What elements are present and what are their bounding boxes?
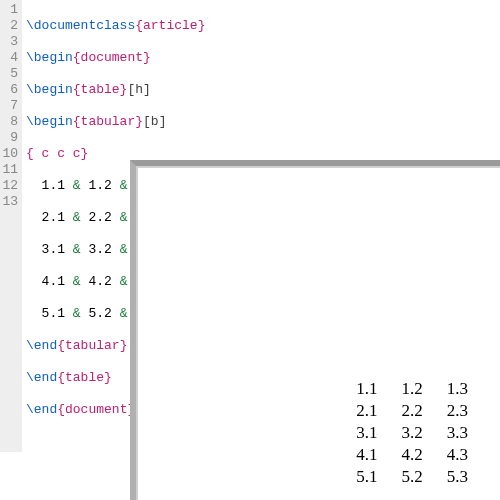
amp-icon: & bbox=[73, 210, 81, 225]
cell: 2.2 bbox=[81, 210, 120, 225]
table-cell: 3.1 bbox=[344, 422, 389, 444]
cell: 4.2 bbox=[81, 274, 120, 289]
table-cell: 2.3 bbox=[435, 400, 480, 422]
tex-command: \end bbox=[26, 338, 57, 353]
line-gutter: 1 2 3 4 5 6 7 8 9 10 11 12 13 bbox=[0, 0, 22, 452]
table-cell: 3.2 bbox=[390, 422, 435, 444]
tex-command: \begin bbox=[26, 50, 73, 65]
line-number: 6 bbox=[2, 82, 18, 98]
table-row: 3.13.23.3 bbox=[344, 422, 480, 444]
tex-command: \documentclass bbox=[26, 18, 135, 33]
tex-opt: [h] bbox=[127, 82, 150, 97]
line-number: 7 bbox=[2, 98, 18, 114]
cell: 2.1 bbox=[26, 210, 73, 225]
cell: 3.2 bbox=[81, 242, 120, 257]
amp-icon: & bbox=[73, 274, 81, 289]
table-cell: 5.3 bbox=[435, 466, 480, 488]
line-number: 13 bbox=[2, 194, 18, 210]
amp-icon: & bbox=[73, 242, 81, 257]
table-cell: 4.3 bbox=[435, 444, 480, 466]
tex-arg: {article} bbox=[135, 18, 205, 33]
table-cell: 2.2 bbox=[390, 400, 435, 422]
cell: 1.1 bbox=[26, 178, 73, 193]
amp-icon: & bbox=[73, 306, 81, 321]
tex-arg: {tabular} bbox=[73, 114, 143, 129]
line-number: 5 bbox=[2, 66, 18, 82]
tex-colspec: { c c c} bbox=[26, 146, 88, 161]
table-cell: 2.1 bbox=[344, 400, 389, 422]
line-number: 4 bbox=[2, 50, 18, 66]
line-number: 11 bbox=[2, 162, 18, 178]
table-cell: 3.3 bbox=[435, 422, 480, 444]
tex-command: \begin bbox=[26, 114, 73, 129]
table-cell: 5.2 bbox=[390, 466, 435, 488]
code-line: \begin{document} bbox=[26, 50, 205, 66]
table-cell: 1.1 bbox=[344, 378, 389, 400]
table-row: 4.14.24.3 bbox=[344, 444, 480, 466]
cell: 4.1 bbox=[26, 274, 73, 289]
amp-icon: & bbox=[73, 178, 81, 193]
code-line: \begin{tabular}[b] bbox=[26, 114, 205, 130]
code-line: \documentclass{article} bbox=[26, 18, 205, 34]
line-number: 12 bbox=[2, 178, 18, 194]
line-number: 10 bbox=[2, 146, 18, 162]
table-row: 1.11.21.3 bbox=[344, 378, 480, 400]
line-number: 3 bbox=[2, 34, 18, 50]
table-cell: 1.3 bbox=[435, 378, 480, 400]
tex-arg: {table} bbox=[73, 82, 128, 97]
tex-arg: {table} bbox=[57, 370, 112, 385]
table-cell: 5.1 bbox=[344, 466, 389, 488]
table-row: 5.15.25.3 bbox=[344, 466, 480, 488]
tex-arg: {document} bbox=[57, 402, 135, 417]
tex-command: \begin bbox=[26, 82, 73, 97]
line-number: 8 bbox=[2, 114, 18, 130]
line-number: 9 bbox=[2, 130, 18, 146]
tex-opt: [b] bbox=[143, 114, 166, 129]
tex-arg: {tabular} bbox=[57, 338, 127, 353]
preview-pane[interactable]: 1.11.21.3 2.12.22.3 3.13.23.3 4.14.24.3 … bbox=[130, 160, 500, 500]
cell: 1.2 bbox=[81, 178, 120, 193]
line-number: 1 bbox=[2, 2, 18, 18]
line-number: 2 bbox=[2, 18, 18, 34]
cell: 5.1 bbox=[26, 306, 73, 321]
code-line: \begin{table}[h] bbox=[26, 82, 205, 98]
tex-command: \end bbox=[26, 370, 57, 385]
tex-command: \end bbox=[26, 402, 57, 417]
rendered-table: 1.11.21.3 2.12.22.3 3.13.23.3 4.14.24.3 … bbox=[344, 378, 480, 488]
cell: 5.2 bbox=[81, 306, 120, 321]
table-row: 2.12.22.3 bbox=[344, 400, 480, 422]
table-cell: 4.2 bbox=[390, 444, 435, 466]
tex-arg: {document} bbox=[73, 50, 151, 65]
cell: 3.1 bbox=[26, 242, 73, 257]
table-cell: 1.2 bbox=[390, 378, 435, 400]
table-cell: 4.1 bbox=[344, 444, 389, 466]
